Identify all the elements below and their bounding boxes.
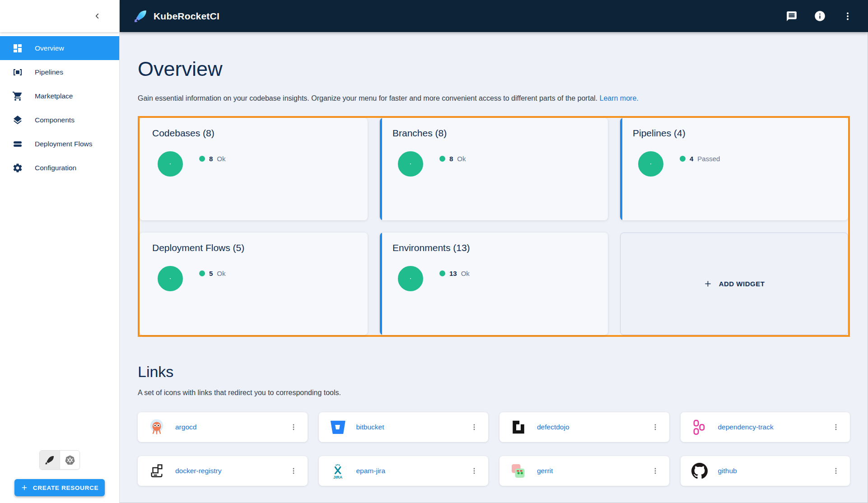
pipelines-icon bbox=[12, 67, 23, 78]
widget-chart-row: 8 Ok bbox=[392, 151, 595, 177]
create-resource-button[interactable]: CREATE RESOURCE bbox=[14, 479, 105, 496]
link-name[interactable]: defectdojo bbox=[537, 423, 569, 431]
chart-legend: 4 Passed bbox=[680, 155, 720, 163]
jira-icon: JIRA bbox=[329, 462, 347, 480]
sidebar-item-marketplace[interactable]: Marketplace bbox=[0, 84, 119, 108]
link-options-button[interactable] bbox=[467, 463, 482, 479]
link-card-github: github bbox=[681, 456, 850, 486]
link-options-button[interactable] bbox=[286, 419, 301, 435]
donut-chart bbox=[158, 266, 183, 291]
legend-dot bbox=[439, 270, 445, 276]
more-menu-button[interactable] bbox=[841, 9, 854, 23]
widget-title: Pipelines (4) bbox=[633, 128, 835, 139]
kebab-menu-icon bbox=[651, 466, 660, 475]
widget-card-deployment-flows: Deployment Flows (5) 5 Ok bbox=[140, 233, 368, 335]
link-card-docker-registry: docker-registry bbox=[138, 456, 308, 486]
link-name[interactable]: docker-registry bbox=[175, 467, 222, 475]
sidebar-item-label: Pipelines bbox=[35, 68, 63, 76]
link-card-argocd: argocd bbox=[138, 412, 308, 442]
header-actions bbox=[785, 9, 854, 23]
stacked-bars-icon bbox=[12, 139, 23, 149]
rocket-quill-logo-icon bbox=[133, 9, 148, 23]
cart-icon bbox=[12, 91, 23, 102]
docker-registry-icon bbox=[148, 462, 166, 480]
kebab-menu-icon bbox=[842, 11, 853, 22]
legend-count: 8 bbox=[209, 155, 213, 163]
info-icon bbox=[814, 10, 826, 22]
gerrit-icon bbox=[509, 462, 527, 480]
quill-icon bbox=[44, 455, 55, 466]
info-button[interactable] bbox=[813, 9, 826, 23]
plus-icon bbox=[21, 484, 28, 491]
donut-chart bbox=[398, 266, 423, 291]
quill-view-toggle-button[interactable] bbox=[40, 451, 60, 469]
link-options-button[interactable] bbox=[286, 463, 301, 479]
legend-dot bbox=[680, 156, 686, 162]
widget-card-pipelines: Pipelines (4) 4 Passed bbox=[620, 118, 848, 220]
widget-card-branches: Branches (8) 8 Ok bbox=[380, 118, 608, 220]
kebab-menu-icon bbox=[289, 466, 298, 475]
link-card-dependency-track: dependency-track bbox=[681, 412, 850, 442]
widgets-grid: Codebases (8) 8 Ok Branches (8) 8 Ok bbox=[138, 116, 850, 337]
sidebar-item-label: Configuration bbox=[35, 164, 76, 172]
chat-icon bbox=[786, 10, 798, 22]
widget-card-codebases: Codebases (8) 8 Ok bbox=[140, 118, 368, 220]
widget-card-environments: Environments (13) 13 Ok bbox=[380, 233, 608, 335]
link-card-defectdojo: defectdojo bbox=[499, 412, 669, 442]
chart-legend: 8 Ok bbox=[199, 155, 226, 163]
kubernetes-view-toggle-button[interactable] bbox=[60, 451, 79, 469]
link-options-button[interactable] bbox=[648, 463, 663, 479]
chart-legend: 8 Ok bbox=[439, 155, 466, 163]
legend-label: Ok bbox=[217, 270, 225, 277]
widget-title: Deployment Flows (5) bbox=[152, 242, 355, 253]
learn-more-link[interactable]: Learn more. bbox=[600, 94, 639, 102]
legend-dot bbox=[199, 270, 205, 276]
kebab-menu-icon bbox=[831, 466, 840, 475]
link-options-button[interactable] bbox=[467, 419, 482, 435]
link-name[interactable]: epam-jira bbox=[356, 467, 386, 475]
link-options-button[interactable] bbox=[828, 463, 844, 479]
argocd-icon bbox=[148, 418, 166, 436]
sidebar-bottom: CREATE RESOURCE bbox=[0, 450, 119, 496]
sidebar-item-deployment-flows[interactable]: Deployment Flows bbox=[0, 132, 119, 156]
main-content: Overview Gain essential information on y… bbox=[120, 32, 868, 503]
legend-dot bbox=[199, 156, 205, 162]
link-options-button[interactable] bbox=[648, 419, 663, 435]
dependency-track-icon bbox=[691, 418, 709, 436]
bitbucket-icon bbox=[329, 418, 347, 436]
legend-count: 8 bbox=[449, 155, 453, 163]
svg-text:JIRA: JIRA bbox=[333, 475, 342, 480]
sidebar-item-pipelines[interactable]: Pipelines bbox=[0, 60, 119, 84]
link-name[interactable]: gerrit bbox=[537, 467, 553, 475]
add-widget-button[interactable]: ADD WIDGET bbox=[620, 233, 848, 335]
sidebar: Overview Pipelines Marketplace Component… bbox=[0, 0, 120, 503]
sidebar-item-configuration[interactable]: Configuration bbox=[0, 156, 119, 180]
legend-count: 4 bbox=[690, 155, 693, 163]
sidebar-collapse-button[interactable] bbox=[89, 9, 105, 24]
legend-label: Passed bbox=[697, 155, 720, 163]
legend-count: 5 bbox=[209, 270, 213, 277]
donut-chart bbox=[158, 151, 183, 177]
legend-dot bbox=[439, 156, 445, 162]
defectdojo-icon bbox=[509, 418, 527, 436]
layers-icon bbox=[12, 115, 23, 126]
page-description: Gain essential information on your codeb… bbox=[138, 94, 850, 102]
sidebar-item-overview[interactable]: Overview bbox=[0, 36, 119, 60]
link-options-button[interactable] bbox=[828, 419, 844, 435]
feedback-chat-button[interactable] bbox=[785, 9, 798, 23]
sidebar-item-components[interactable]: Components bbox=[0, 108, 119, 132]
kebab-menu-icon bbox=[651, 423, 660, 432]
link-name[interactable]: argocd bbox=[175, 423, 196, 431]
link-name[interactable]: github bbox=[718, 467, 737, 475]
kebab-menu-icon bbox=[470, 466, 479, 475]
view-toggle-group bbox=[39, 450, 80, 470]
link-card-gerrit: gerrit bbox=[499, 456, 669, 486]
top-header: KubeRocketCI bbox=[120, 0, 868, 32]
page-description-text: Gain essential information on your codeb… bbox=[138, 94, 597, 102]
create-resource-label: CREATE RESOURCE bbox=[33, 484, 98, 491]
page-title: Overview bbox=[138, 57, 850, 81]
link-name[interactable]: dependency-track bbox=[718, 423, 774, 431]
widget-chart-row: 4 Passed bbox=[633, 151, 835, 177]
add-widget-label: ADD WIDGET bbox=[719, 280, 765, 288]
link-name[interactable]: bitbucket bbox=[356, 423, 384, 431]
